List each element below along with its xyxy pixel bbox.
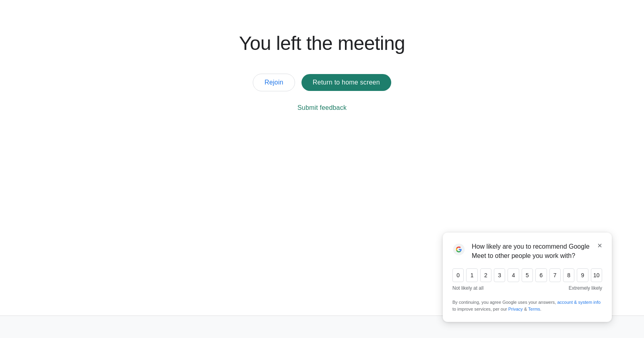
nps-privacy-link[interactable]: Privacy — [508, 307, 523, 311]
nps-account-system-link[interactable]: account & system info — [557, 300, 601, 305]
nps-terms-link[interactable]: Terms — [528, 307, 540, 311]
nps-score-5[interactable]: 5 — [522, 268, 533, 282]
nps-footer: By continuing, you agree Google uses you… — [452, 299, 602, 312]
nps-score-0[interactable]: 0 — [452, 268, 464, 282]
nps-label-extremely-likely: Extremely likely — [569, 285, 602, 291]
return-home-button[interactable]: Return to home screen — [301, 74, 391, 91]
nps-score-1[interactable]: 1 — [466, 268, 477, 282]
nps-score-2[interactable]: 2 — [480, 268, 491, 282]
nps-score-7[interactable]: 7 — [549, 268, 561, 282]
google-logo-icon — [452, 243, 465, 256]
nps-close-button[interactable]: × — [597, 241, 602, 249]
rejoin-button[interactable]: Rejoin — [253, 74, 295, 91]
nps-score-4[interactable]: 4 — [508, 268, 519, 282]
submit-feedback-link[interactable]: Submit feedback — [297, 104, 347, 111]
nps-scale: 0 1 2 3 4 5 6 7 8 9 10 — [452, 268, 602, 282]
nps-widget: How likely are you to recommend Google M… — [443, 233, 612, 322]
nps-scale-labels: Not likely at all Extremely likely — [452, 285, 602, 291]
nps-score-6[interactable]: 6 — [535, 268, 547, 282]
nps-label-not-likely: Not likely at all — [452, 285, 483, 291]
nps-score-3[interactable]: 3 — [494, 268, 505, 282]
page-title: You left the meeting — [239, 32, 405, 54]
nps-score-8[interactable]: 8 — [563, 268, 574, 282]
nps-score-10[interactable]: 10 — [591, 268, 602, 282]
nps-score-9[interactable]: 9 — [577, 268, 588, 282]
nps-header: How likely are you to recommend Google M… — [452, 242, 602, 260]
nps-question: How likely are you to recommend Google M… — [472, 242, 591, 260]
action-buttons: Rejoin Return to home screen — [253, 74, 391, 91]
